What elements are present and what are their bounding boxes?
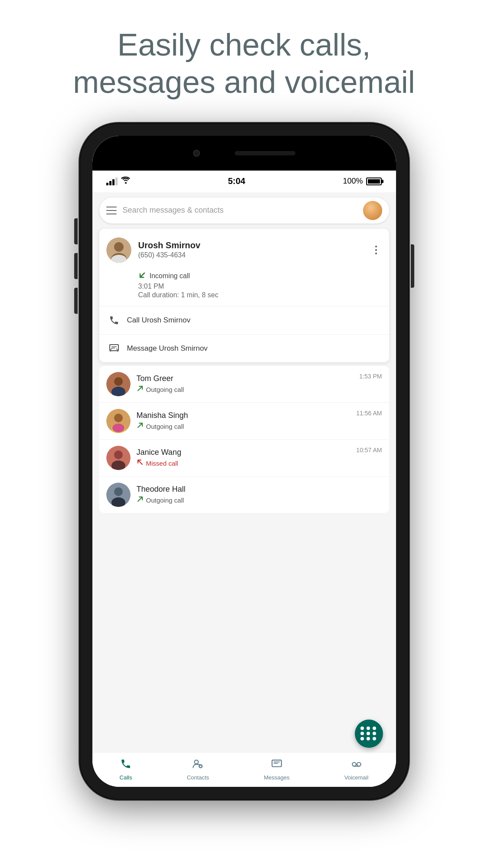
manisha-status: Outgoing call [137, 422, 382, 431]
battery-percentage: 100% [343, 177, 363, 186]
call-time: 3:01 PM [138, 283, 382, 290]
search-bar[interactable]: Search messages & contacts [99, 197, 389, 224]
more-options-icon[interactable] [370, 244, 382, 256]
expanded-card-header: Urosh Smirnov (650) 435-4634 [99, 229, 389, 270]
phone-screen: 5:04 100% Search messages [92, 136, 396, 787]
hamburger-line-1 [106, 207, 117, 207]
nav-messages[interactable]: Messages [264, 758, 289, 781]
contacts-nav-label: Contacts [187, 774, 209, 781]
phone-notch [92, 136, 396, 171]
call-action-call[interactable]: Call Urosh Smirnov [99, 306, 389, 335]
call-type-row: Incoming call [138, 271, 382, 281]
status-right: 100% [343, 177, 382, 186]
nav-voicemail[interactable]: Voicemail [344, 758, 369, 781]
signal-bar-2 [109, 181, 111, 185]
expanded-call-card[interactable]: Urosh Smirnov (650) 435-4634 [99, 229, 389, 362]
manisha-timestamp: 11:56 AM [356, 410, 382, 417]
call-list: Tom Greer Outgoing call 1:53 PM [99, 366, 389, 513]
urosh-contact-info: Urosh Smirnov (650) 435-4634 [138, 240, 370, 259]
list-item[interactable]: Janice Wang Missed call 10:57 AM [99, 440, 389, 477]
janice-info: Janice Wang Missed call [137, 448, 382, 467]
wifi-icon [121, 177, 131, 186]
hamburger-line-2 [106, 210, 117, 211]
theodore-call-type: Outgoing call [146, 496, 184, 504]
svg-point-12 [114, 414, 123, 422]
incoming-call-arrow [138, 271, 146, 281]
dialpad-fab[interactable] [355, 720, 383, 748]
message-action-label: Message Urosh Smirnov [127, 344, 208, 353]
signal-bars [106, 178, 118, 185]
outgoing-arrow-icon-2 [137, 422, 144, 431]
outgoing-arrow-icon-3 [137, 496, 144, 504]
dialpad-grid [360, 727, 377, 740]
svg-point-9 [114, 377, 123, 386]
user-avatar-image [363, 201, 382, 220]
urosh-avatar [106, 237, 131, 263]
status-time: 5:04 [228, 176, 245, 186]
tom-call-type: Outgoing call [146, 386, 184, 393]
manisha-name: Manisha Singh [137, 411, 382, 420]
message-icon [108, 342, 120, 355]
tom-avatar [106, 372, 131, 396]
janice-avatar [106, 446, 131, 470]
call-details: Incoming call 3:01 PM Call duration: 1 m… [99, 270, 389, 306]
user-avatar[interactable] [363, 201, 382, 220]
manisha-call-type: Outgoing call [146, 423, 184, 430]
missed-arrow-icon [137, 459, 144, 467]
urosh-name: Urosh Smirnov [138, 240, 370, 250]
call-duration: Call duration: 1 min, 8 sec [138, 291, 382, 299]
manisha-avatar [106, 409, 131, 433]
voicemail-nav-label: Voicemail [344, 774, 369, 781]
call-action-label: Call Urosh Smirnov [127, 316, 190, 325]
call-actions: Call Urosh Smirnov [99, 306, 389, 362]
list-item[interactable]: Theodore Hall Outgoing call ... [99, 477, 389, 513]
tom-info: Tom Greer Outgoing call [137, 374, 382, 394]
signal-bar-1 [106, 183, 108, 185]
svg-point-19 [114, 487, 123, 496]
janice-timestamp: 10:57 AM [356, 447, 382, 454]
app-content: Search messages & contacts [92, 192, 396, 787]
status-bar: 5:04 100% [92, 171, 396, 192]
tom-timestamp: 1:53 PM [359, 373, 382, 380]
voicemail-nav-icon [351, 758, 362, 773]
hamburger-line-3 [106, 214, 117, 214]
outgoing-arrow-icon [137, 385, 144, 394]
theodore-avatar [106, 483, 131, 507]
tom-status: Outgoing call [137, 385, 382, 394]
phone-frame: 5:04 100% Search messages [79, 123, 409, 800]
signal-bar-3 [112, 179, 115, 185]
theodore-status: Outgoing call [137, 496, 382, 504]
messages-nav-label: Messages [264, 774, 289, 781]
svg-point-16 [114, 450, 123, 459]
theodore-info: Theodore Hall Outgoing call [137, 485, 382, 504]
janice-status: Missed call [137, 459, 382, 467]
contacts-nav-icon [192, 758, 203, 773]
janice-name: Janice Wang [137, 448, 382, 457]
list-item[interactable]: Manisha Singh Outgoing call 11:56 AM [99, 403, 389, 440]
search-input[interactable]: Search messages & contacts [123, 206, 363, 215]
theodore-name: Theodore Hall [137, 485, 382, 494]
bottom-nav: Calls Contacts [92, 752, 396, 787]
camera-notch [193, 150, 200, 157]
page-header: Easily check calls,messages and voicemai… [0, 0, 488, 118]
call-type-label: Incoming call [150, 272, 190, 280]
messages-nav-icon [271, 758, 282, 773]
call-action-message[interactable]: Message Urosh Smirnov [99, 335, 389, 362]
battery-fill [368, 179, 380, 184]
nav-contacts[interactable]: Contacts [187, 758, 209, 781]
phone-wrapper: 5:04 100% Search messages [0, 118, 488, 800]
manisha-info: Manisha Singh Outgoing call [137, 411, 382, 431]
svg-point-25 [357, 763, 361, 766]
svg-point-1 [114, 242, 124, 252]
list-item[interactable]: Tom Greer Outgoing call 1:53 PM [99, 366, 389, 403]
tom-name: Tom Greer [137, 374, 382, 383]
calls-nav-label: Calls [120, 774, 132, 781]
speaker-notch [235, 151, 295, 155]
nav-calls[interactable]: Calls [120, 758, 132, 781]
hamburger-icon[interactable] [106, 207, 117, 214]
svg-point-24 [352, 763, 356, 766]
urosh-phone: (650) 435-4634 [138, 251, 370, 259]
header-title: Easily check calls,messages and voicemai… [73, 27, 415, 99]
svg-point-21 [195, 760, 199, 764]
signal-bar-4 [115, 178, 118, 185]
